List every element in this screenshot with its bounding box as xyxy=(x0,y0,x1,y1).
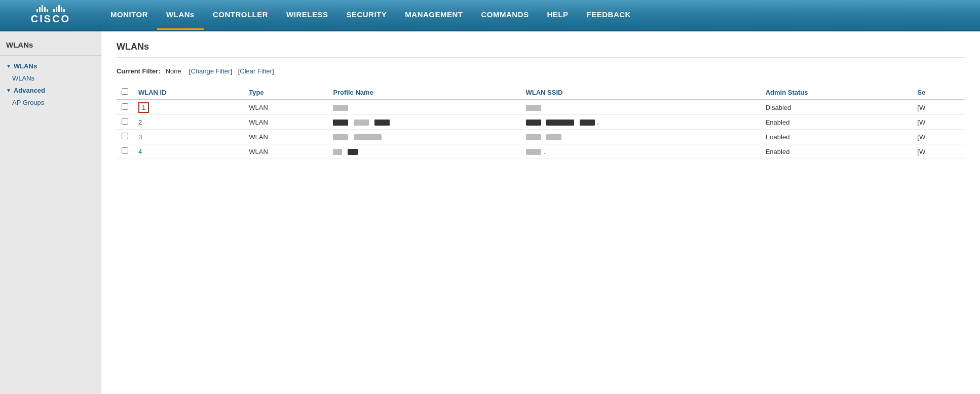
main-content: WLANs Current Filter: None [ Change Filt… xyxy=(101,31,980,394)
bar1 xyxy=(36,9,38,12)
nav-monitor[interactable]: MONITOR xyxy=(101,0,157,30)
wlans-arrow: ▼ xyxy=(6,63,11,69)
row2-profile xyxy=(328,115,520,130)
table-row: 1 WLAN Disabled [W xyxy=(117,100,965,115)
row2-profile-block2 xyxy=(354,120,369,126)
row2-ssid-block2 xyxy=(546,120,574,126)
bar5 xyxy=(47,9,48,12)
sidebar-section-advanced[interactable]: ▼ Advanced xyxy=(0,84,101,97)
row2-type: WLAN xyxy=(244,115,328,130)
row4-type: WLAN xyxy=(244,144,328,159)
row2-checkbox-cell xyxy=(117,115,133,130)
row3-se: [W xyxy=(912,130,965,144)
sidebar-item-ap-groups[interactable]: AP Groups xyxy=(0,97,101,108)
cisco-bars xyxy=(36,5,65,12)
row2-admin-status: Enabled xyxy=(761,115,913,130)
row1-profile xyxy=(328,100,520,115)
advanced-arrow: ▼ xyxy=(6,88,11,93)
filter-row: Current Filter: None [ Change Filter ] [… xyxy=(117,67,965,75)
cisco-text: CISCO xyxy=(31,13,70,25)
row3-type: WLAN xyxy=(244,130,328,144)
table-row: 2 WLAN xyxy=(117,115,965,130)
sidebar-advanced-label: Advanced xyxy=(14,87,45,94)
row2-id: 2 xyxy=(133,115,244,130)
bar10 xyxy=(63,9,65,12)
table-row: 4 WLAN . Enabled [W xyxy=(117,144,965,159)
row3-checkbox[interactable] xyxy=(122,133,128,139)
filter-label: Current Filter: xyxy=(117,67,161,75)
filter-close-bracket-1: ] xyxy=(230,67,232,75)
row3-id: 3 xyxy=(133,130,244,144)
row2-profile-block3 xyxy=(374,120,390,126)
row2-se: [W xyxy=(912,115,965,130)
main-layout: WLANs ▼ WLANs WLANs ▼ Advanced AP Groups… xyxy=(0,31,980,394)
table-row: 3 WLAN Enabled [W xyxy=(117,130,965,144)
row1-id: 1 xyxy=(133,100,244,115)
row1-profile-redacted xyxy=(333,105,348,111)
row3-ssid-block1 xyxy=(526,134,541,140)
row3-profile-block2 xyxy=(354,134,382,140)
nav-wireless[interactable]: WIRELESS xyxy=(277,0,337,30)
row4-admin-status: Enabled xyxy=(761,144,913,159)
row4-ssid-block1 xyxy=(526,149,541,155)
row1-se: [W xyxy=(912,100,965,115)
wlan-table: WLAN ID Type Profile Name WLAN SSID Admi… xyxy=(117,85,965,159)
row2-profile-block1 xyxy=(333,120,348,126)
nav-management[interactable]: MANAGEMENT xyxy=(396,0,472,30)
row1-admin-status: Disabled xyxy=(761,100,913,115)
wlan-id-2-link[interactable]: 2 xyxy=(138,119,142,126)
nav-wlans[interactable]: WLANs xyxy=(157,0,204,30)
nav-controller[interactable]: CONTROLLER xyxy=(204,0,277,30)
nav-commands[interactable]: COMMANDS xyxy=(472,0,538,30)
row4-checkbox[interactable] xyxy=(122,147,128,154)
filter-value: None xyxy=(166,67,181,75)
table-header-row: WLAN ID Type Profile Name WLAN SSID Admi… xyxy=(117,85,965,100)
row4-profile xyxy=(328,144,520,159)
nav-items: MONITOR WLANs CONTROLLER WIRELESS SECURI… xyxy=(101,0,980,30)
nav-help[interactable]: HELP xyxy=(538,0,578,30)
bar7 xyxy=(56,7,57,12)
sidebar: WLANs ▼ WLANs WLANs ▼ Advanced AP Groups xyxy=(0,31,101,394)
sidebar-item-wlans[interactable]: WLANs xyxy=(0,72,101,84)
th-wlan-id: WLAN ID xyxy=(133,85,244,100)
page-title: WLANs xyxy=(117,42,965,58)
th-profile-name: Profile Name xyxy=(328,85,520,100)
bar4 xyxy=(44,7,46,12)
sidebar-wlans-label: WLANs xyxy=(14,62,37,70)
row3-profile xyxy=(328,130,520,144)
change-filter-link[interactable]: Change Filter xyxy=(191,67,230,75)
row2-ssid-block1 xyxy=(526,120,541,126)
sidebar-title: WLANs xyxy=(0,36,101,56)
cisco-logo-area: CISCO xyxy=(0,0,101,30)
wlan-id-3-link[interactable]: 3 xyxy=(138,133,142,141)
nav-security[interactable]: SECURITY xyxy=(337,0,396,30)
row4-profile-block1 xyxy=(333,149,342,155)
bar2 xyxy=(39,7,41,12)
wlan-id-1-link[interactable]: 1 xyxy=(138,102,149,113)
top-navigation: CISCO MONITOR WLANs CONTROLLER WIRELESS … xyxy=(0,0,980,31)
select-all-checkbox[interactable] xyxy=(122,88,128,95)
row3-profile-block1 xyxy=(333,134,348,140)
row4-id: 4 xyxy=(133,144,244,159)
filter-close-bracket-2: ] xyxy=(272,67,274,75)
nav-feedback[interactable]: FEEDBACK xyxy=(578,0,640,30)
row4-checkbox-cell xyxy=(117,144,133,159)
row2-checkbox[interactable] xyxy=(122,118,128,125)
bar8 xyxy=(58,5,60,12)
row1-ssid-redacted xyxy=(526,105,541,111)
wlan-id-4-link[interactable]: 4 xyxy=(138,148,142,155)
row4-profile-block2 xyxy=(348,149,358,155)
row1-type: WLAN xyxy=(244,100,328,115)
th-wlan-ssid: WLAN SSID xyxy=(521,85,761,100)
row3-ssid xyxy=(521,130,761,144)
sidebar-section-wlans[interactable]: ▼ WLANs xyxy=(0,60,101,72)
row1-checkbox[interactable] xyxy=(122,103,128,110)
row2-ssid: . xyxy=(521,115,761,130)
bar9 xyxy=(61,7,62,12)
th-type: Type xyxy=(244,85,328,100)
clear-filter-link[interactable]: Clear Filter xyxy=(240,67,272,75)
row4-se: [W xyxy=(912,144,965,159)
row3-ssid-block2 xyxy=(546,134,561,140)
row4-ssid: . xyxy=(521,144,761,159)
cisco-logo: CISCO xyxy=(31,5,70,25)
